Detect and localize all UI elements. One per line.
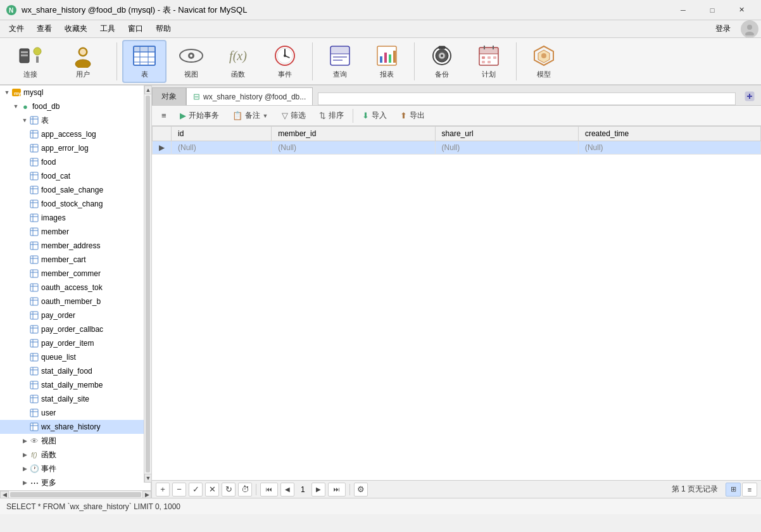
sidebar-item-member[interactable]: member: [0, 225, 151, 239]
begin-transaction-button[interactable]: ▶ 开始事务: [174, 108, 225, 124]
last-page-button[interactable]: ⏭: [328, 483, 346, 497]
discard-button[interactable]: ✕: [205, 483, 219, 497]
next-page-button[interactable]: ▶: [311, 483, 325, 497]
report-button[interactable]: 报表: [365, 40, 409, 83]
sidebar-item-food-cat[interactable]: food_cat: [0, 169, 151, 183]
sidebar-item-images[interactable]: images: [0, 211, 151, 225]
sidebar-item-food-sale[interactable]: food_sale_change: [0, 183, 151, 197]
menu-help[interactable]: 帮助: [149, 21, 177, 37]
menu-tools[interactable]: 工具: [94, 21, 122, 37]
table-row[interactable]: ▶ (Null) (Null) (Null) (Null): [153, 141, 761, 155]
function-button[interactable]: f(x) 函数: [216, 40, 260, 83]
event-button[interactable]: 事件: [263, 40, 307, 83]
settings-button[interactable]: ⚙: [354, 483, 368, 497]
history-button[interactable]: ⏱: [238, 483, 252, 497]
svg-rect-108: [30, 353, 38, 361]
form-view-button[interactable]: ≡: [742, 483, 757, 497]
login-button[interactable]: 登录: [708, 21, 738, 37]
scroll-left-button[interactable]: ◀: [0, 491, 9, 498]
sidebar-item-app-error-log[interactable]: app_error_log: [0, 141, 151, 155]
cell-id[interactable]: (Null): [172, 141, 272, 155]
grid-view-button[interactable]: ⊞: [726, 483, 741, 497]
sidebar-item-fooddb[interactable]: ▼ ● food_db: [0, 99, 151, 113]
svg-point-21: [190, 54, 192, 57]
view-button[interactable]: 视图: [169, 40, 213, 83]
table-icon: [29, 143, 39, 153]
scroll-right-button[interactable]: ▶: [142, 491, 151, 498]
sidebar-item-oauth-tok[interactable]: oauth_access_tok: [0, 281, 151, 294]
sidebar-scrollbar-v[interactable]: ▲ ▼: [144, 86, 151, 483]
import-button[interactable]: ⬇ 导入: [356, 108, 393, 124]
tab-table[interactable]: ⊟ wx_share_history @food_db...: [186, 87, 313, 105]
col-id[interactable]: id: [172, 127, 272, 141]
toolbar-separator-2: [312, 42, 313, 80]
first-page-button[interactable]: ⏮: [260, 483, 278, 497]
sidebar-item-queue[interactable]: queue_list: [0, 350, 151, 364]
hamburger-button[interactable]: ≡: [156, 108, 172, 123]
menu-favorites[interactable]: 收藏夹: [58, 21, 94, 37]
event-label: 事件: [278, 70, 292, 79]
toolbar-separator-1: [116, 42, 117, 80]
sidebar-item-pay-callback[interactable]: pay_order_callbac: [0, 322, 151, 336]
menu-view[interactable]: 查看: [30, 21, 58, 37]
sidebar-item-tables[interactable]: ▼ 表: [0, 113, 151, 127]
sidebar-item-user[interactable]: user: [0, 406, 151, 420]
delete-row-button[interactable]: −: [172, 483, 186, 497]
user-button[interactable]: 用户: [59, 40, 106, 83]
col-created-time[interactable]: created_time: [578, 127, 760, 141]
cell-share-url[interactable]: (Null): [435, 141, 578, 155]
export-button[interactable]: ⬆ 导出: [394, 108, 431, 124]
svg-rect-105: [30, 339, 38, 347]
sort-button[interactable]: ⇅ 排序: [313, 108, 349, 124]
close-button[interactable]: ✕: [727, 0, 756, 20]
col-member-id[interactable]: member_id: [272, 127, 435, 141]
menu-window[interactable]: 窗口: [122, 21, 149, 37]
sidebar-item-pay-order-item[interactable]: pay_order_item: [0, 336, 151, 350]
new-tab-button[interactable]: [741, 87, 758, 105]
tab-objects[interactable]: 对象: [152, 87, 186, 105]
commit-button[interactable]: ✓: [189, 483, 203, 497]
minimize-button[interactable]: ─: [669, 0, 698, 20]
sidebar-item-functions[interactable]: ▶ f() 函数: [0, 448, 151, 462]
cell-created-time[interactable]: (Null): [578, 141, 760, 155]
filter-button[interactable]: ▽ 筛选: [276, 108, 311, 124]
backup-button[interactable]: 备份: [420, 40, 464, 83]
sidebar-item-food-stock[interactable]: food_stock_chang: [0, 197, 151, 211]
table-icon: [29, 213, 39, 223]
connect-button[interactable]: 连接: [6, 40, 54, 83]
col-share-url[interactable]: share_url: [435, 127, 578, 141]
sidebar-item-pay-order[interactable]: pay_order: [0, 308, 151, 322]
sidebar-scrollbar-h[interactable]: ◀ ▶: [0, 490, 151, 498]
sidebar-item-more[interactable]: ▶ ⋯ 更多: [0, 476, 151, 490]
maximize-button[interactable]: □: [698, 0, 727, 20]
sidebar-item-member-commer[interactable]: member_commer: [0, 267, 151, 281]
sidebar-item-views[interactable]: ▶ 👁 视图: [0, 434, 151, 448]
sidebar-item-oauth-member[interactable]: oauth_member_b: [0, 294, 151, 308]
sidebar-item-stat-member[interactable]: stat_daily_membe: [0, 378, 151, 392]
sidebar-item-food[interactable]: food: [0, 155, 151, 169]
sidebar-item-app-access-log[interactable]: app_access_log: [0, 127, 151, 141]
table-button[interactable]: 表: [122, 40, 167, 83]
sidebar-item-stat-food[interactable]: stat_daily_food: [0, 364, 151, 378]
sidebar-item-member-address[interactable]: member_address: [0, 239, 151, 253]
cell-member-id[interactable]: (Null): [272, 141, 435, 155]
model-button[interactable]: 模型: [522, 40, 566, 83]
menu-file[interactable]: 文件: [3, 21, 30, 37]
sidebar-item-mysql[interactable]: ▼ my mysql: [0, 86, 151, 99]
tab-search-input[interactable]: [318, 92, 736, 105]
sidebar-item-wx-share[interactable]: wx_share_history: [0, 420, 151, 434]
add-row-button[interactable]: +: [156, 483, 170, 497]
prev-page-button[interactable]: ◀: [280, 483, 294, 497]
scroll-thumb[interactable]: [146, 96, 150, 472]
scroll-h-thumb[interactable]: [10, 492, 141, 497]
sidebar-item-events[interactable]: ▶ 🕐 事件: [0, 462, 151, 476]
query-button[interactable]: 查询: [318, 40, 362, 83]
table-icon: [29, 338, 39, 348]
sidebar-item-member-cart[interactable]: member_cart: [0, 253, 151, 267]
scroll-up-button[interactable]: ▲: [144, 86, 151, 94]
scroll-down-button[interactable]: ▼: [144, 474, 151, 483]
refresh-button[interactable]: ↻: [222, 483, 236, 497]
backup-note-button[interactable]: 📋 备注 ▼: [227, 108, 274, 124]
schedule-button[interactable]: 计划: [467, 40, 511, 83]
sidebar-item-stat-site[interactable]: stat_daily_site: [0, 392, 151, 406]
